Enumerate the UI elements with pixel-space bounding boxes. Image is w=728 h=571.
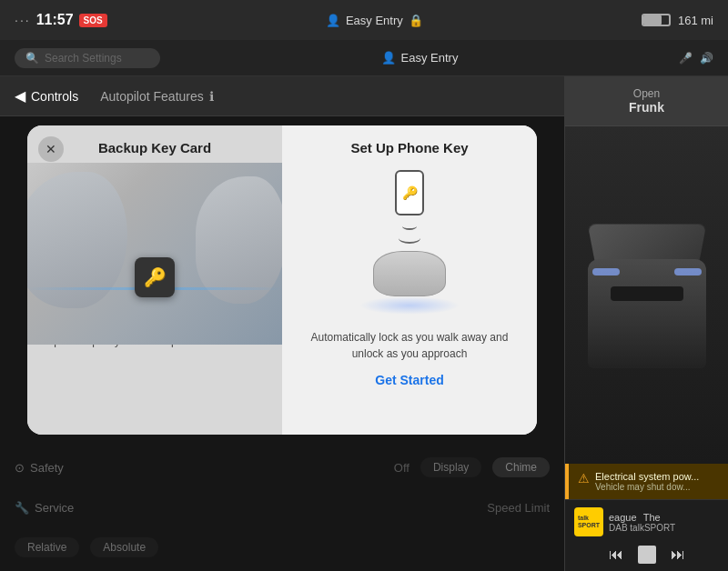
media-league: eague The xyxy=(609,512,675,523)
car-interior-image xyxy=(27,163,282,345)
car-front-image xyxy=(565,126,728,464)
wave-small xyxy=(402,223,417,230)
person-icon: 👤 xyxy=(326,14,340,27)
headlight-left xyxy=(592,268,620,275)
autopilot-label: Autopilot Features xyxy=(100,89,204,104)
info-icon: ℹ xyxy=(209,89,214,104)
signal-waves xyxy=(399,223,420,244)
open-frunk-button[interactable]: Open Frunk xyxy=(565,76,728,126)
main-area: ◀ Controls Autopilot Features ℹ ✕ Backup… xyxy=(0,76,728,571)
car-top-view xyxy=(373,251,446,296)
key-in-phone: 🔑 xyxy=(402,185,418,200)
easy-entry-label: Easy Entry xyxy=(346,14,403,27)
second-bar-right: 🎤 🔊 xyxy=(679,52,713,65)
key-card-icon: 🔑 xyxy=(135,257,175,297)
status-bar: ··· 11:57 SOS 👤 Easy Entry 🔒 161 mi xyxy=(0,0,728,40)
status-center: 👤 Easy Entry 🔒 xyxy=(326,14,423,27)
media-station: DAB talkSPORT xyxy=(609,523,675,533)
search-placeholder: Search Settings xyxy=(45,52,122,65)
phone-key-title: Set Up Phone Key xyxy=(350,140,468,155)
warning-notification: ⚠ Electrical system pow... Vehicle may s… xyxy=(565,464,728,499)
modal-columns: Backup Key Card 🔑 Tap backup xyxy=(27,125,537,435)
battery-icon xyxy=(642,14,671,26)
media-info-row: talk SPORT eague The DAB talkSPORT xyxy=(574,507,719,536)
right-panel: Open Frunk ⚠ Electrical system pow... xyxy=(564,76,728,571)
car-body xyxy=(588,259,706,368)
battery-level: 161 mi xyxy=(678,14,713,27)
controls-nav-item[interactable]: ◀ Controls xyxy=(15,87,78,105)
controls-icon: ◀ xyxy=(15,87,25,105)
left-panel: ◀ Controls Autopilot Features ℹ ✕ Backup… xyxy=(0,76,564,571)
stop-button[interactable] xyxy=(638,546,656,564)
phone-key-visual: 🔑 xyxy=(359,170,460,315)
backup-key-card-panel: Backup Key Card 🔑 Tap backup xyxy=(27,125,282,435)
vol-icon[interactable]: 🔊 xyxy=(700,52,713,65)
get-started-button[interactable]: Get Started xyxy=(375,373,443,387)
open-label: Open xyxy=(576,87,717,100)
modal-overlay: ✕ Backup Key Card 🔑 xyxy=(0,116,564,571)
backup-key-title: Backup Key Card xyxy=(27,125,282,163)
sos-badge[interactable]: SOS xyxy=(79,14,107,27)
car-topview-container xyxy=(359,251,460,315)
mic-icon[interactable]: 🎤 xyxy=(679,52,693,65)
second-bar: 🔍 Search Settings 👤 Easy Entry 🎤 🔊 xyxy=(0,40,728,76)
second-easy-entry-label: Easy Entry xyxy=(401,51,459,65)
phone-key-description: Automatically lock as you walk away and … xyxy=(297,329,522,362)
status-right: 161 mi xyxy=(642,14,713,27)
wave-large xyxy=(399,233,420,244)
media-controls: ⏮ ⏭ xyxy=(574,542,719,564)
second-person-icon: 👤 xyxy=(381,51,396,65)
warning-icon: ⚠ xyxy=(578,471,590,486)
media-text: eague The DAB talkSPORT xyxy=(609,512,675,533)
warning-text: Electrical system pow... xyxy=(595,471,699,482)
search-icon: 🔍 xyxy=(25,52,39,65)
search-box[interactable]: 🔍 Search Settings xyxy=(15,48,160,68)
tesla-front-graphic xyxy=(583,223,711,368)
status-dots: ··· xyxy=(15,13,31,27)
status-left: ··· 11:57 SOS xyxy=(15,12,107,28)
status-time: 11:57 xyxy=(36,12,74,28)
autopilot-nav-item[interactable]: Autopilot Features ℹ xyxy=(100,89,214,104)
prev-button[interactable]: ⏮ xyxy=(609,546,623,563)
controls-label: Controls xyxy=(31,89,78,104)
phone-icon: 🔑 xyxy=(395,170,424,215)
key-symbol: 🔑 xyxy=(144,266,167,288)
modal-dialog: ✕ Backup Key Card 🔑 xyxy=(27,125,537,435)
warning-subtext: Vehicle may shut dow... xyxy=(595,482,699,492)
controls-nav: ◀ Controls Autopilot Features ℹ xyxy=(0,76,564,116)
media-player: talk SPORT eague The DAB talkSPORT ⏮ ⏭ xyxy=(565,499,728,571)
frunk-label: Frunk xyxy=(576,100,717,115)
headlight-right xyxy=(674,268,702,275)
second-bar-easy-entry: 👤 Easy Entry xyxy=(381,51,459,65)
lock-icon: 🔒 xyxy=(409,14,423,27)
seat-right xyxy=(196,176,282,304)
talksport-logo: talk SPORT xyxy=(574,507,603,536)
phone-key-panel: Set Up Phone Key 🔑 xyxy=(282,125,537,435)
car-glow xyxy=(359,296,460,315)
next-button[interactable]: ⏭ xyxy=(671,546,685,563)
front-grill xyxy=(611,286,683,301)
warning-text-container: Electrical system pow... Vehicle may shu… xyxy=(595,471,699,492)
